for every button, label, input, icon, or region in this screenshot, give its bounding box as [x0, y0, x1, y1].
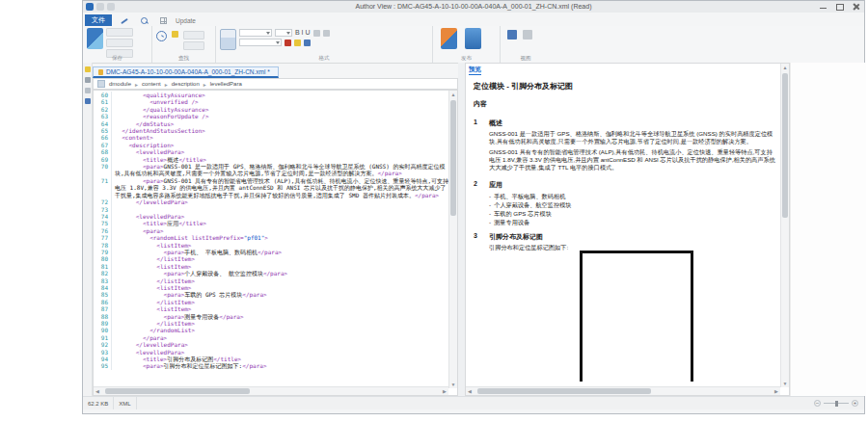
- scrollbar-thumb[interactable]: [450, 100, 456, 216]
- preview-pane[interactable]: 预览 定位模块 - 引脚分布及标记图 内容 1概述GNSS-001 是一款适用于…: [465, 63, 790, 396]
- publish-button[interactable]: [441, 28, 457, 49]
- font-color-button[interactable]: [285, 40, 291, 46]
- tab-search[interactable]: [137, 15, 150, 26]
- code-line[interactable]: 73: [94, 206, 448, 213]
- open-button[interactable]: [106, 28, 133, 37]
- scroll-up-icon[interactable]: ▲: [781, 64, 789, 71]
- editor-horizontal-scrollbar[interactable]: ◀ ▶: [94, 386, 448, 395]
- schema-panel-icon[interactable]: [85, 88, 91, 93]
- indent-icon[interactable]: [313, 30, 320, 37]
- xml-source-editor[interactable]: 60 <qualityAssurance>61 <unverified />62…: [93, 90, 458, 396]
- code-line[interactable]: 84 <listItem>: [94, 284, 448, 291]
- code-line[interactable]: 67 <description>: [94, 142, 448, 148]
- goto-button[interactable]: [183, 41, 204, 50]
- bookmarks-panel-icon[interactable]: [85, 98, 91, 104]
- code-line[interactable]: 69 <title>概述</title>: [94, 156, 448, 163]
- split-view-button[interactable]: [507, 30, 517, 40]
- preview-button[interactable]: [465, 28, 481, 49]
- tab-layout[interactable]: [156, 15, 170, 26]
- minimize-icon[interactable]: [819, 3, 827, 11]
- code-line[interactable]: 75 <title>应用</title>: [94, 220, 448, 226]
- code-line[interactable]: 83 </listItem>: [94, 277, 448, 284]
- scrollbar-thumb[interactable]: [105, 388, 250, 394]
- breadcrumb-item[interactable]: dmodule: [109, 81, 131, 87]
- code-line[interactable]: 90 </randomList>: [94, 327, 448, 333]
- code-line[interactable]: 65 </identAndStatusSection>: [94, 127, 448, 134]
- font-family-select[interactable]: [239, 29, 272, 37]
- scrollbar-thumb[interactable]: [782, 73, 788, 218]
- code-line[interactable]: 62 </qualityAssurance>: [94, 106, 448, 113]
- save-button[interactable]: [87, 28, 103, 49]
- tab-file[interactable]: 文件: [85, 14, 112, 26]
- outdent-icon[interactable]: [323, 30, 330, 37]
- line-number: 66: [94, 134, 112, 141]
- scroll-down-icon[interactable]: ▼: [781, 380, 789, 387]
- scrollbar-thumb[interactable]: [477, 388, 651, 394]
- code-line[interactable]: 94 <title>引脚分布及标记图</title>: [94, 356, 448, 362]
- code-line[interactable]: 78 <listItem>: [94, 242, 448, 249]
- code-line[interactable]: 64 </dmStatus>: [94, 120, 448, 127]
- code-line[interactable]: 92 </levelledPara>: [94, 341, 448, 348]
- document-tab[interactable]: DMC-AG45-A-10-10-00-00A-040A-A_000-01_ZH…: [93, 66, 279, 78]
- code-line[interactable]: 89 </listItem>: [94, 320, 448, 327]
- code-line[interactable]: 82 <para>个人穿戴设备、 航空监控模块</para>: [94, 270, 448, 277]
- breadcrumb-item[interactable]: content: [142, 81, 161, 87]
- bold-italic-underline-buttons[interactable]: B I U: [295, 29, 311, 37]
- zoom-slider[interactable]: [824, 403, 849, 405]
- close-icon[interactable]: [852, 3, 860, 11]
- breadcrumb-item[interactable]: description: [172, 81, 200, 87]
- editor-vertical-scrollbar[interactable]: ▲ ▼: [448, 91, 457, 388]
- code-line[interactable]: 66 <content>: [94, 134, 448, 141]
- code-line[interactable]: 76 <para>: [94, 227, 448, 234]
- code-line[interactable]: 68 <levelledPara>: [94, 148, 448, 155]
- preview-vertical-scrollbar[interactable]: ▲ ▼: [780, 64, 789, 387]
- code-line[interactable]: 74 <levelledPara>: [94, 213, 448, 220]
- zoom-out-icon[interactable]: –: [814, 400, 821, 407]
- maximize-icon[interactable]: [835, 3, 844, 11]
- replace-button[interactable]: [183, 31, 204, 40]
- code-line[interactable]: 72 </levelledPara>: [94, 198, 448, 205]
- code-line[interactable]: 70 <para>GNSS-001 是一款适用于 GPS、格洛纳斯、伽利略和北斗…: [94, 163, 448, 177]
- code-line[interactable]: 80 </listItem>: [94, 255, 448, 262]
- zoom-in-icon[interactable]: +: [852, 400, 858, 407]
- highlight-button[interactable]: [294, 40, 301, 46]
- code-line[interactable]: 79 <para>手机、 平板电脑、数码相机</para>: [94, 249, 448, 255]
- import-button[interactable]: [106, 39, 133, 47]
- tab-edit[interactable]: [118, 15, 131, 26]
- code-line[interactable]: 71 <para>GNSS-001 具有专有的智能省电管理技术 (ALP),具有…: [94, 177, 448, 198]
- code-line[interactable]: 95 <para>引脚分布和定位星标记图如下:</para>: [94, 362, 448, 369]
- code-line[interactable]: 88 <para>测量专用设备</para>: [94, 313, 448, 320]
- style-select[interactable]: [239, 39, 282, 46]
- tab-update[interactable]: Update: [176, 17, 196, 26]
- scroll-left-icon[interactable]: ◀: [94, 387, 101, 395]
- code-line[interactable]: 60 <qualityAssurance>: [94, 92, 448, 98]
- styles-button[interactable]: [220, 29, 236, 50]
- find-icon[interactable]: [156, 31, 167, 41]
- scroll-down-icon[interactable]: ▼: [449, 381, 457, 388]
- code-line[interactable]: 81 <listItem>: [94, 263, 448, 270]
- outline-view-button[interactable]: [523, 30, 532, 40]
- fill-color-button[interactable]: [304, 40, 311, 46]
- outline-panel-icon[interactable]: [85, 77, 91, 83]
- code-line[interactable]: 61 <unverified />: [94, 98, 448, 105]
- ribbon-group-format: B I U 格式: [216, 26, 433, 63]
- bullet-item: 个人穿戴设备、航空监控模块: [489, 200, 775, 209]
- code-line[interactable]: 87 <listItem>: [94, 305, 448, 312]
- code-line[interactable]: 85 <para>车载的 GPS 芯片模块</para>: [94, 291, 448, 298]
- scroll-right-icon[interactable]: ▶: [441, 387, 448, 395]
- scroll-left-icon[interactable]: ◀: [466, 387, 474, 395]
- code-line[interactable]: 77 <randomList listItemPrefix="pf01">: [94, 234, 448, 241]
- warning-icon[interactable]: [85, 66, 91, 72]
- scroll-right-icon[interactable]: ▶: [773, 387, 780, 395]
- code-line[interactable]: 86 </listItem>: [94, 299, 448, 305]
- bookmark-icon[interactable]: [172, 31, 178, 38]
- code-line[interactable]: 63 <reasonForUpdate />: [94, 113, 448, 119]
- scroll-up-icon[interactable]: ▲: [449, 91, 457, 98]
- code-line[interactable]: 93 <levelledPara>: [94, 349, 448, 356]
- breadcrumb-item[interactable]: levelledPara: [210, 81, 242, 87]
- pane-splitter[interactable]: [458, 63, 465, 396]
- code-line[interactable]: 91 </para>: [94, 334, 448, 341]
- preview-horizontal-scrollbar[interactable]: ◀ ▶: [466, 386, 780, 395]
- preview-pane-label[interactable]: 预览: [469, 66, 481, 75]
- font-size-select[interactable]: [275, 29, 292, 37]
